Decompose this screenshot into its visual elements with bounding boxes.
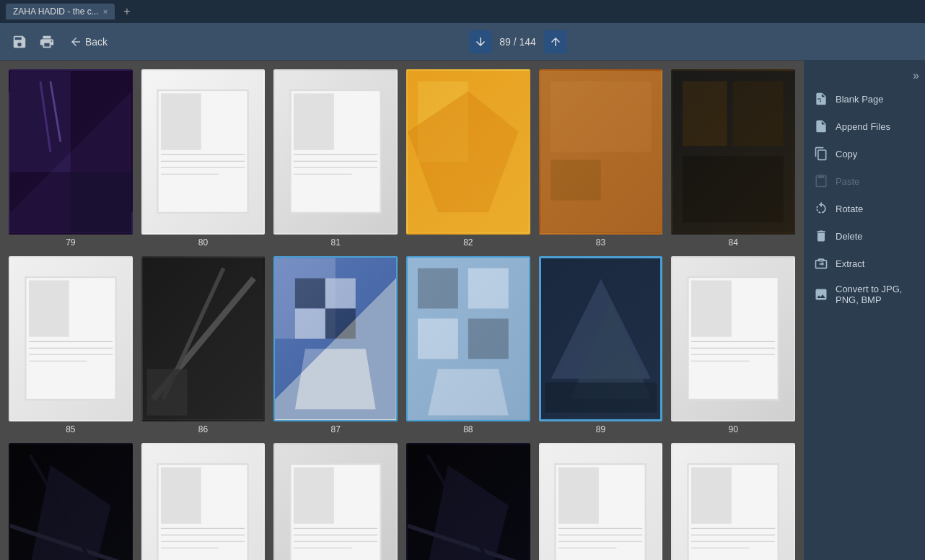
page-item[interactable]: 88: [406, 256, 530, 434]
page-thumbnail: [539, 443, 663, 560]
svg-rect-6: [161, 94, 201, 150]
svg-marker-43: [295, 349, 376, 409]
page-thumbnail: [273, 256, 398, 421]
sidebar-item-append-files[interactable]: Append Files: [804, 113, 925, 140]
page-item[interactable]: 83: [539, 69, 663, 248]
sidebar-item-delete[interactable]: Delete: [804, 222, 925, 250]
copy-icon: [814, 146, 828, 161]
sidebar: » Blank PageAppend FilesCopyPasteRotateD…: [804, 61, 925, 560]
svg-rect-46: [468, 268, 509, 309]
svg-rect-48: [468, 318, 509, 359]
page-counter: 89 / 144: [496, 36, 540, 48]
svg-rect-22: [551, 160, 601, 201]
svg-rect-39: [295, 279, 325, 309]
svg-rect-42: [325, 308, 356, 338]
page-number: 82: [463, 237, 473, 248]
page-item[interactable]: 93: [273, 443, 398, 560]
page-thumbnail: [141, 443, 266, 560]
svg-rect-21: [551, 82, 652, 152]
page-item[interactable]: 95: [539, 443, 663, 560]
page-item[interactable]: 79: [9, 69, 133, 248]
extract-icon: [814, 256, 828, 271]
page-grid: 7980818283848586878889909192939495969798…: [0, 61, 804, 560]
page-item[interactable]: 94: [406, 443, 530, 560]
svg-rect-71: [294, 468, 334, 524]
page-item[interactable]: 96: [671, 443, 795, 560]
sidebar-item-extract[interactable]: Extract: [804, 250, 925, 277]
sidebar-item-label: Copy: [836, 149, 857, 159]
page-thumbnail: [671, 256, 795, 421]
svg-rect-55: [691, 281, 732, 337]
sidebar-item-label: Extract: [836, 258, 864, 269]
page-item[interactable]: 92: [141, 443, 266, 560]
page-number: 81: [330, 237, 340, 248]
page-thumbnail: [406, 69, 530, 235]
rotate-icon: [814, 201, 828, 216]
svg-rect-40: [325, 279, 356, 309]
page-number: 90: [728, 424, 737, 434]
append-icon: [814, 119, 828, 134]
page-number: 79: [66, 237, 75, 248]
tab-label: ZAHA HADID - the c...: [13, 6, 99, 17]
page-item[interactable]: 82: [406, 69, 530, 248]
page-navigation: 89 / 144: [469, 30, 567, 53]
page-thumbnail: [539, 256, 663, 421]
back-button[interactable]: Back: [63, 32, 113, 51]
page-number: 86: [198, 424, 208, 434]
page-item[interactable]: 86: [141, 256, 266, 434]
main-area: 7980818283848586878889909192939495969798…: [0, 61, 925, 560]
back-label: Back: [85, 36, 108, 48]
sidebar-item-copy[interactable]: Copy: [804, 140, 925, 167]
sidebar-item-label: Paste: [836, 176, 859, 187]
svg-rect-87: [691, 468, 732, 524]
page-item[interactable]: 87: [273, 256, 398, 434]
sidebar-item-label: Append Files: [836, 121, 890, 132]
page-item[interactable]: 84: [671, 69, 795, 248]
page-item[interactable]: 91: [9, 443, 133, 560]
page-number: 89: [596, 424, 605, 434]
sidebar-item-label: Delete: [836, 231, 863, 242]
page-item[interactable]: 85: [9, 256, 133, 434]
sidebar-item-label: Convert to JPG, PNG, BMP: [836, 284, 915, 305]
page-thumbnail: [539, 69, 663, 235]
print-button[interactable]: [36, 31, 58, 53]
sidebar-item-convert[interactable]: Convert to JPG, PNG, BMP: [804, 277, 925, 312]
page-thumbnail: [9, 69, 133, 235]
page-number: 84: [728, 237, 737, 248]
svg-rect-45: [418, 268, 458, 309]
browser-tab[interactable]: ZAHA HADID - the c... ×: [6, 4, 115, 19]
svg-rect-47: [418, 318, 458, 359]
page-item[interactable]: 90: [671, 256, 795, 434]
page-thumbnail: [406, 256, 530, 421]
page-number: 80: [198, 237, 208, 248]
svg-rect-36: [146, 369, 187, 415]
page-number: 85: [66, 424, 75, 434]
sidebar-item-paste: Paste: [804, 167, 925, 195]
page-item[interactable]: 89: [539, 256, 663, 434]
page-thumbnail: [9, 256, 133, 421]
toolbar: Back 89 / 144: [0, 23, 925, 61]
sidebar-item-label: Blank Page: [836, 94, 884, 105]
page-thumbnail: [671, 443, 795, 560]
svg-rect-12: [294, 94, 334, 150]
sidebar-item-rotate[interactable]: Rotate: [804, 195, 925, 222]
page-thumbnail: [406, 443, 530, 560]
page-up-button[interactable]: [544, 30, 567, 53]
page-down-button[interactable]: [469, 30, 492, 53]
svg-rect-53: [545, 382, 657, 412]
svg-rect-41: [295, 308, 325, 338]
new-tab-button[interactable]: +: [119, 4, 134, 19]
convert-icon: [814, 287, 828, 302]
page-thumbnail: [141, 256, 266, 421]
sidebar-item-blank-page[interactable]: Blank Page: [804, 85, 925, 113]
page-number: 88: [463, 424, 473, 434]
svg-rect-65: [161, 468, 201, 524]
sidebar-collapse-button[interactable]: »: [907, 66, 925, 85]
svg-rect-24: [683, 82, 727, 146]
page-item[interactable]: 80: [141, 69, 266, 248]
svg-rect-81: [558, 468, 599, 524]
page-item[interactable]: 81: [273, 69, 398, 248]
page-thumbnail: [671, 69, 795, 235]
save-button[interactable]: [9, 31, 30, 53]
tab-close-button[interactable]: ×: [103, 7, 108, 16]
